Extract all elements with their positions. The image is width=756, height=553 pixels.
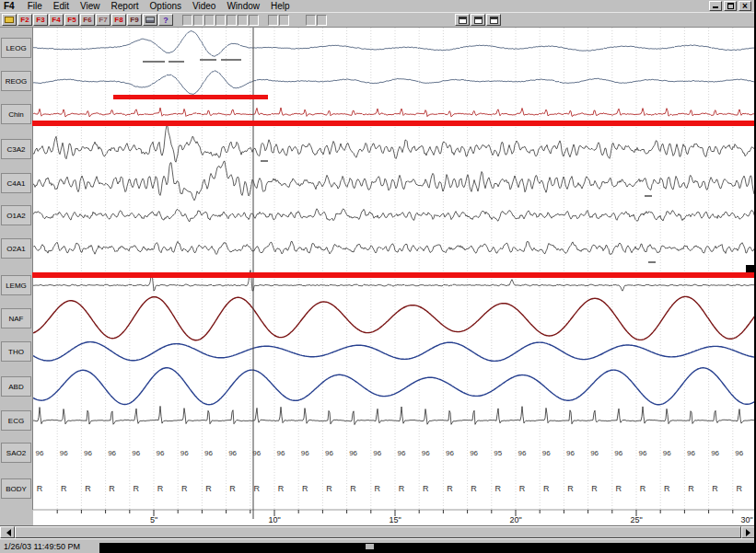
channel-label-c3a2[interactable]: C3A2 — [1, 139, 31, 159]
toolbar-indicator-cell — [182, 15, 192, 26]
cascade-windows-button[interactable] — [455, 14, 470, 26]
toolbar-f3-button[interactable]: F3 — [33, 14, 48, 26]
toolbar-f2-label: F2 — [20, 16, 29, 24]
toolbar-f6-button[interactable]: F6 — [80, 14, 95, 26]
arrow-right-icon — [746, 529, 754, 536]
sao2-value: 96 — [711, 449, 719, 457]
channel-label-chin[interactable]: Chin — [1, 104, 31, 124]
toolbar-indicator-cell — [249, 15, 259, 26]
body-value: R — [423, 484, 429, 493]
menu-item-video[interactable]: Video — [187, 1, 221, 12]
chart-area[interactable]: 5"10"15"20"25"30"96969696969696969696969… — [33, 28, 756, 525]
tile-horizontal-button[interactable] — [471, 14, 485, 26]
minimize-button[interactable] — [709, 1, 722, 11]
menu-item-report[interactable]: Report — [106, 1, 145, 12]
body-value: R — [157, 484, 164, 493]
channel-label-text: ABD — [8, 383, 23, 391]
toolbar-indicator-cell — [227, 15, 237, 26]
body-value: R — [567, 484, 574, 493]
toolbar-f5-label: F5 — [67, 16, 76, 24]
print-button[interactable] — [143, 14, 157, 26]
body-value: R — [350, 484, 356, 493]
channel-label-lemg[interactable]: LEMG — [1, 275, 31, 295]
close-button[interactable]: × — [739, 1, 751, 11]
sao2-value: 96 — [277, 449, 285, 457]
menu-item-file[interactable]: File — [22, 1, 48, 12]
sao2-value: 96 — [301, 449, 309, 457]
restore-button[interactable] — [724, 1, 737, 11]
status-timestamp: 1/26/03 11:49:50 PM — [4, 542, 80, 551]
waveform-canvas: 5"10"15"20"25"30"96969696969696969696969… — [33, 28, 756, 525]
body-value: R — [688, 484, 694, 493]
body-value: R — [85, 484, 91, 493]
sao2-value: 96 — [204, 449, 213, 457]
channel-label-text: BODY — [6, 485, 27, 493]
channel-label-text: O1A2 — [6, 212, 25, 220]
toolbar-indicator-cell — [215, 15, 226, 26]
toolbar-f8-button[interactable]: F8 — [111, 14, 126, 26]
printer-icon — [145, 17, 155, 23]
open-folder-icon — [5, 17, 14, 23]
channel-label-sao2[interactable]: SAO2 — [1, 443, 31, 463]
channel-label-tho[interactable]: THO — [1, 341, 31, 362]
channel-label-text: Chin — [8, 110, 23, 119]
channel-label-c4a1[interactable]: C4A1 — [1, 173, 31, 193]
toolbar-indicator-cell — [306, 15, 316, 26]
channel-label-naf[interactable]: NAF — [1, 308, 31, 328]
sao2-value: 96 — [60, 449, 68, 457]
trace-leog — [33, 31, 756, 57]
toolbar-f7-button[interactable]: F7 — [96, 14, 110, 26]
help-button[interactable]: ? — [158, 14, 173, 26]
channel-label-abd[interactable]: ABD — [1, 376, 31, 397]
body-value: R — [591, 484, 598, 493]
channel-label-reog[interactable]: REOG — [1, 71, 31, 91]
menu-item-options[interactable]: Options — [145, 1, 187, 12]
menu-item-help[interactable]: Help — [265, 1, 296, 12]
toolbar-f9-button[interactable]: F9 — [127, 14, 142, 26]
horizontal-scrollbar[interactable] — [0, 525, 756, 538]
sao2-value: 96 — [687, 449, 695, 457]
channel-label-text: THO — [8, 348, 24, 356]
body-value: R — [254, 484, 261, 493]
trace-tho — [33, 342, 756, 362]
trace-c3a2 — [33, 125, 756, 162]
sao2-value: 96 — [84, 449, 92, 457]
trace-o2a1 — [33, 241, 756, 254]
channel-label-o1a2[interactable]: O1A2 — [1, 205, 31, 225]
toolbar-f5-button[interactable]: F5 — [64, 14, 79, 26]
body-value: R — [616, 484, 622, 493]
channel-label-ecg[interactable]: ECG — [1, 410, 31, 431]
arrow-left-icon — [3, 529, 11, 536]
menu-item-view[interactable]: View — [75, 1, 106, 12]
body-value: R — [229, 484, 236, 493]
menu-item-edit[interactable]: Edit — [48, 1, 75, 12]
toolbar-f2-button[interactable]: F2 — [17, 14, 32, 26]
window-controls: × — [709, 1, 754, 11]
scroll-left-button[interactable] — [0, 526, 15, 538]
axis-label: 10" — [268, 515, 280, 524]
toolbar-f4-button[interactable]: F4 — [49, 14, 64, 26]
scrollbar-thumb[interactable] — [15, 526, 741, 538]
open-button[interactable] — [2, 14, 17, 26]
channel-label-leog[interactable]: LEOG — [1, 38, 31, 58]
channel-label-text: LEMG — [6, 282, 27, 290]
channel-label-text: O2A1 — [6, 245, 25, 253]
sao2-value: 96 — [422, 449, 430, 457]
sao2-value: 96 — [108, 449, 116, 457]
sao2-value: 96 — [566, 449, 575, 457]
sao2-value: 96 — [518, 449, 527, 457]
sao2-value: 96 — [252, 449, 261, 457]
toolbar-f6-label: F6 — [83, 16, 91, 24]
help-icon: ? — [163, 16, 169, 25]
menu-item-window[interactable]: Window — [221, 1, 265, 12]
sao2-value: 96 — [228, 449, 237, 457]
body-value: R — [737, 484, 743, 493]
body-value: R — [640, 484, 646, 493]
tile-vertical-button[interactable] — [486, 14, 501, 26]
channel-label-body[interactable]: BODY — [1, 478, 31, 499]
channel-label-text: REOG — [6, 77, 28, 86]
body-value: R — [399, 484, 405, 493]
channel-label-o2a1[interactable]: O2A1 — [1, 238, 31, 259]
body-value: R — [302, 484, 308, 493]
toolbar-f9-label: F9 — [130, 16, 138, 24]
